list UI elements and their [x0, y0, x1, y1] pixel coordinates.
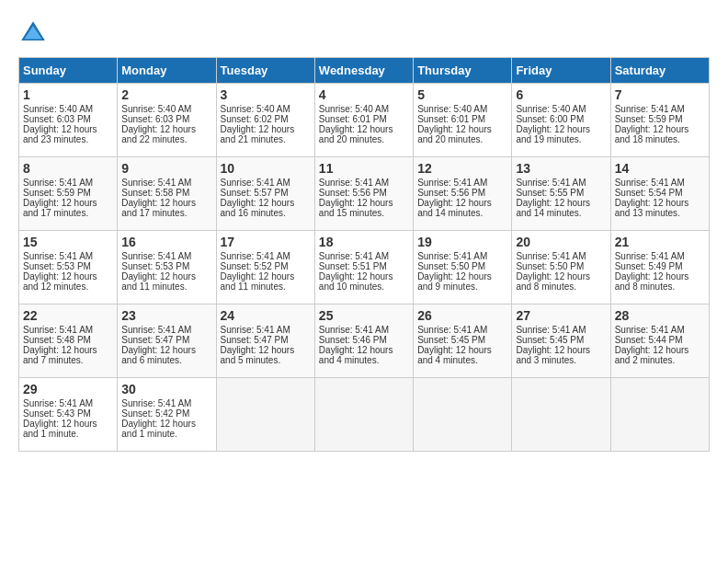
- table-row: 24Sunrise: 5:41 AMSunset: 5:47 PMDayligh…: [216, 304, 314, 378]
- col-tuesday: Tuesday: [216, 58, 314, 84]
- table-row: 1Sunrise: 5:40 AMSunset: 6:03 PMDaylight…: [19, 84, 118, 157]
- table-row: [216, 378, 314, 452]
- day-number: 17: [221, 235, 311, 249]
- day-number: 8: [23, 161, 113, 176]
- table-row: 23Sunrise: 5:41 AMSunset: 5:47 PMDayligh…: [118, 304, 216, 378]
- day-number: 3: [221, 87, 311, 102]
- table-row: 28Sunrise: 5:41 AMSunset: 5:44 PMDayligh…: [610, 304, 709, 378]
- day-number: 28: [615, 308, 705, 323]
- day-number: 25: [319, 308, 409, 323]
- table-row: 30Sunrise: 5:41 AMSunset: 5:42 PMDayligh…: [118, 378, 216, 452]
- day-number: 9: [121, 161, 211, 176]
- col-sunday: Sunday: [19, 58, 118, 84]
- day-number: 10: [221, 161, 311, 176]
- day-number: 20: [516, 235, 606, 249]
- day-number: 1: [23, 87, 113, 102]
- table-row: 6Sunrise: 5:40 AMSunset: 6:00 PMDaylight…: [512, 84, 610, 157]
- table-row: 17Sunrise: 5:41 AMSunset: 5:52 PMDayligh…: [216, 231, 314, 304]
- day-number: 14: [615, 161, 705, 176]
- day-number: 27: [516, 308, 606, 323]
- table-row: 19Sunrise: 5:41 AMSunset: 5:50 PMDayligh…: [414, 231, 512, 304]
- day-number: 11: [319, 161, 409, 176]
- day-number: 21: [615, 235, 705, 249]
- day-number: 2: [121, 87, 211, 102]
- day-number: 6: [516, 87, 606, 102]
- table-row: 20Sunrise: 5:41 AMSunset: 5:50 PMDayligh…: [512, 231, 610, 304]
- table-row: 9Sunrise: 5:41 AMSunset: 5:58 PMDaylight…: [118, 157, 216, 231]
- day-number: 4: [319, 87, 409, 102]
- table-row: 15Sunrise: 5:41 AMSunset: 5:53 PMDayligh…: [19, 231, 118, 304]
- table-row: 18Sunrise: 5:41 AMSunset: 5:51 PMDayligh…: [314, 231, 413, 304]
- table-row: 26Sunrise: 5:41 AMSunset: 5:45 PMDayligh…: [414, 304, 512, 378]
- table-row: 12Sunrise: 5:41 AMSunset: 5:56 PMDayligh…: [414, 157, 512, 231]
- table-row: 3Sunrise: 5:40 AMSunset: 6:02 PMDaylight…: [216, 84, 314, 157]
- table-row: 27Sunrise: 5:41 AMSunset: 5:45 PMDayligh…: [512, 304, 610, 378]
- table-row: 5Sunrise: 5:40 AMSunset: 6:01 PMDaylight…: [414, 84, 512, 157]
- col-saturday: Saturday: [610, 58, 709, 84]
- header-row: Sunday Monday Tuesday Wednesday Thursday…: [19, 58, 710, 84]
- table-row: 10Sunrise: 5:41 AMSunset: 5:57 PMDayligh…: [216, 157, 314, 231]
- logo: [18, 18, 53, 48]
- col-monday: Monday: [118, 58, 216, 84]
- calendar-row: 15Sunrise: 5:41 AMSunset: 5:53 PMDayligh…: [19, 231, 710, 304]
- table-row: 2Sunrise: 5:40 AMSunset: 6:03 PMDaylight…: [118, 84, 216, 157]
- day-number: 22: [23, 308, 113, 323]
- logo-icon: [18, 18, 48, 48]
- table-row: 14Sunrise: 5:41 AMSunset: 5:54 PMDayligh…: [610, 157, 709, 231]
- day-number: 30: [121, 382, 211, 396]
- table-row: 8Sunrise: 5:41 AMSunset: 5:59 PMDaylight…: [19, 157, 118, 231]
- table-row: 21Sunrise: 5:41 AMSunset: 5:49 PMDayligh…: [610, 231, 709, 304]
- calendar-row: 22Sunrise: 5:41 AMSunset: 5:48 PMDayligh…: [19, 304, 710, 378]
- table-row: [314, 378, 413, 452]
- table-row: [512, 378, 610, 452]
- page-header: [18, 18, 710, 48]
- table-row: 7Sunrise: 5:41 AMSunset: 5:59 PMDaylight…: [610, 84, 709, 157]
- day-number: 29: [23, 382, 113, 396]
- day-number: 7: [615, 87, 705, 102]
- day-number: 23: [121, 308, 211, 323]
- table-row: [414, 378, 512, 452]
- calendar-table: Sunday Monday Tuesday Wednesday Thursday…: [18, 57, 710, 452]
- table-row: 4Sunrise: 5:40 AMSunset: 6:01 PMDaylight…: [314, 84, 413, 157]
- table-row: 16Sunrise: 5:41 AMSunset: 5:53 PMDayligh…: [118, 231, 216, 304]
- calendar-row: 29Sunrise: 5:41 AMSunset: 5:43 PMDayligh…: [19, 378, 710, 452]
- calendar-row: 8Sunrise: 5:41 AMSunset: 5:59 PMDaylight…: [19, 157, 710, 231]
- col-wednesday: Wednesday: [314, 58, 413, 84]
- table-row: 13Sunrise: 5:41 AMSunset: 5:55 PMDayligh…: [512, 157, 610, 231]
- calendar-row: 1Sunrise: 5:40 AMSunset: 6:03 PMDaylight…: [19, 84, 710, 157]
- table-row: 29Sunrise: 5:41 AMSunset: 5:43 PMDayligh…: [19, 378, 118, 452]
- table-row: 25Sunrise: 5:41 AMSunset: 5:46 PMDayligh…: [314, 304, 413, 378]
- day-number: 24: [221, 308, 311, 323]
- table-row: 11Sunrise: 5:41 AMSunset: 5:56 PMDayligh…: [314, 157, 413, 231]
- day-number: 16: [121, 235, 211, 249]
- day-number: 13: [516, 161, 606, 176]
- table-row: 22Sunrise: 5:41 AMSunset: 5:48 PMDayligh…: [19, 304, 118, 378]
- day-number: 19: [417, 235, 507, 249]
- day-number: 15: [23, 235, 113, 249]
- col-thursday: Thursday: [414, 58, 512, 84]
- table-row: [610, 378, 709, 452]
- day-number: 18: [319, 235, 409, 249]
- day-number: 5: [417, 87, 507, 102]
- day-number: 26: [417, 308, 507, 323]
- col-friday: Friday: [512, 58, 610, 84]
- day-number: 12: [417, 161, 507, 176]
